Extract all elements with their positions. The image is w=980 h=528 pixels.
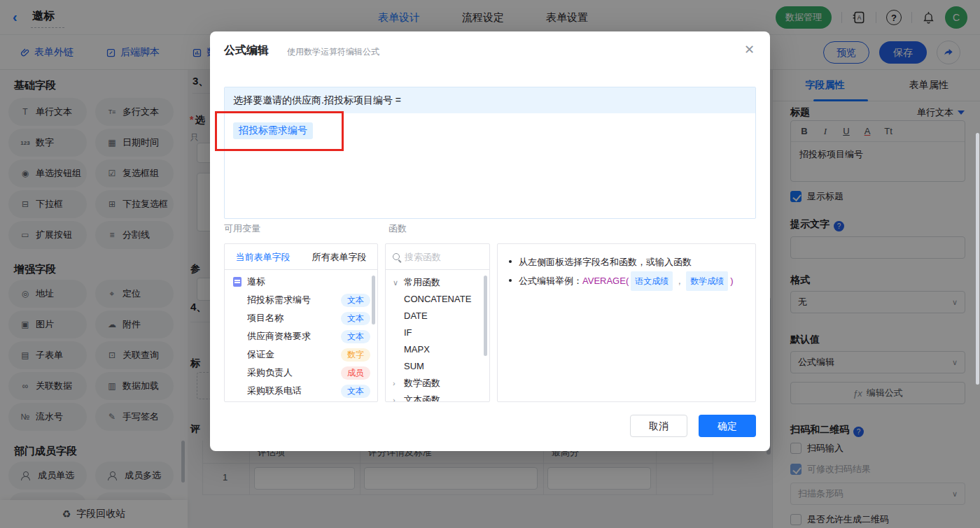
formula-edit-modal: 公式编辑 使用数学运算符编辑公式 ✕ 选择要邀请的供应商.招投标项目编号 = 招… xyxy=(210,31,770,451)
variable-row[interactable]: 供应商资格要求文本 xyxy=(225,327,377,345)
chevron-down-icon: ∨ xyxy=(393,274,400,291)
cancel-button[interactable]: 取消 xyxy=(630,415,687,437)
type-badge: 数字 xyxy=(341,348,370,362)
functions-label: 函数 xyxy=(388,222,407,235)
example-chip: 数学成绩 xyxy=(686,271,728,291)
variable-row[interactable]: 招投标需求编号文本 xyxy=(225,291,377,309)
type-badge: 文本 xyxy=(341,294,370,307)
type-badge: 文本 xyxy=(341,312,370,325)
bullet-icon xyxy=(509,260,512,263)
variables-form-node[interactable]: 邀标 xyxy=(225,273,377,291)
variables-label: 可用变量 xyxy=(224,222,260,235)
function-group-text[interactable]: ›文本函数 xyxy=(386,392,489,402)
functions-scrollbar[interactable] xyxy=(484,276,487,356)
variable-row[interactable]: 项目名称文本 xyxy=(225,309,377,327)
variable-row[interactable]: 保证金数字 xyxy=(225,345,377,364)
annotation-highlight-box xyxy=(215,111,344,151)
function-item[interactable]: DATE xyxy=(386,308,489,324)
modal-subtitle: 使用数学运算符编辑公式 xyxy=(287,46,379,58)
modal-title: 公式编辑 xyxy=(224,43,269,58)
function-item[interactable]: CONCATENATE xyxy=(386,291,489,308)
bullet-icon xyxy=(509,279,512,282)
function-search-input[interactable] xyxy=(405,252,475,262)
variables-scrollbar[interactable] xyxy=(372,276,375,324)
function-item[interactable]: IF xyxy=(386,324,489,341)
example-chip: 语文成绩 xyxy=(631,271,673,291)
properties-scrollbar[interactable] xyxy=(976,133,979,385)
form-file-icon xyxy=(233,277,241,287)
close-icon[interactable]: ✕ xyxy=(744,42,755,57)
search-icon xyxy=(393,253,400,260)
chevron-right-icon: › xyxy=(393,392,400,402)
variables-panel: 当前表单字段 所有表单字段 邀标 招投标需求编号文本 项目名称文本 供应商资格要… xyxy=(224,243,378,402)
help-tip-1: 从左侧面板选择字段名和函数，或输入函数 xyxy=(509,253,744,271)
formula-target-bar: 选择要邀请的供应商.招投标项目编号 = xyxy=(225,87,755,113)
variable-row[interactable]: 采购负责人成员 xyxy=(225,364,377,382)
type-badge: 文本 xyxy=(341,330,370,343)
function-item[interactable]: MAPX xyxy=(386,341,489,358)
confirm-button[interactable]: 确定 xyxy=(699,415,756,437)
function-group-common[interactable]: ∨常用函数 xyxy=(386,274,489,291)
function-group-math[interactable]: ›数学函数 xyxy=(386,375,489,392)
chevron-right-icon: › xyxy=(393,375,400,392)
tab-current-form-fields[interactable]: 当前表单字段 xyxy=(225,244,301,269)
function-search xyxy=(386,244,489,270)
tab-all-form-fields[interactable]: 所有表单字段 xyxy=(301,244,377,269)
app-root: ‹ 邀标 表单设计 流程设定 表单设置 数据管理 A ? C 表单外链 xyxy=(0,0,980,528)
variable-row[interactable]: 文本 xyxy=(225,400,377,402)
type-badge: 成员 xyxy=(341,366,370,380)
variable-row[interactable]: 采购联系电话文本 xyxy=(225,382,377,400)
help-tip-2: 公式编辑举例：AVERAGE(语文成绩，数学成绩) xyxy=(509,271,744,291)
formula-editor: 选择要邀请的供应商.招投标项目编号 = 招投标需求编号 xyxy=(224,87,756,219)
function-item[interactable]: SUM xyxy=(386,358,489,375)
formula-help-panel: 从左侧面板选择字段名和函数，或输入函数 公式编辑举例：AVERAGE(语文成绩，… xyxy=(497,243,756,402)
type-badge: 文本 xyxy=(341,385,370,398)
functions-panel: ∨常用函数 CONCATENATE DATE IF MAPX SUM ›数学函数… xyxy=(385,243,490,402)
